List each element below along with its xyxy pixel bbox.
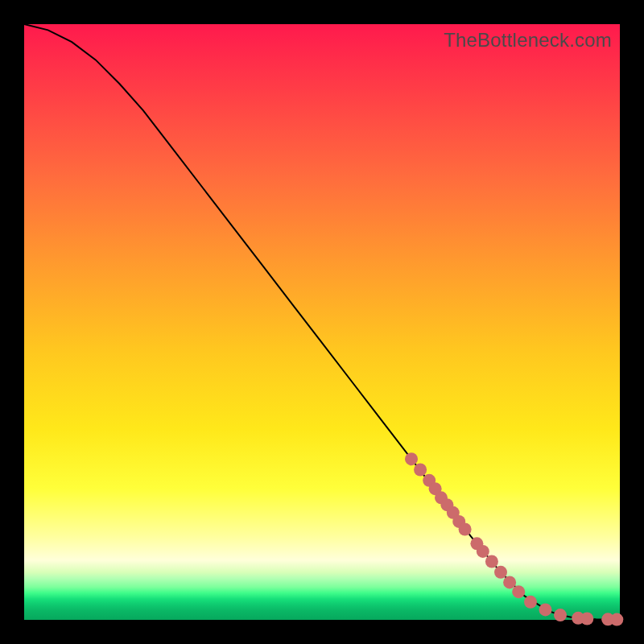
data-point — [477, 545, 489, 558]
data-point — [554, 609, 567, 621]
chart-overlay — [24, 24, 620, 620]
data-point — [459, 523, 472, 536]
data-point — [414, 464, 427, 477]
data-point — [494, 566, 507, 579]
data-point — [539, 603, 552, 616]
data-point — [524, 596, 537, 609]
data-point — [485, 555, 498, 568]
data-point — [405, 452, 418, 465]
plot-area: TheBottleneck.com — [24, 24, 620, 620]
data-point — [580, 613, 593, 625]
bottleneck-curve — [24, 24, 620, 620]
data-point — [610, 613, 623, 626]
data-point — [512, 585, 525, 598]
chart-frame: TheBottleneck.com — [0, 0, 644, 644]
data-points-group — [405, 452, 623, 625]
data-point — [503, 576, 516, 588]
